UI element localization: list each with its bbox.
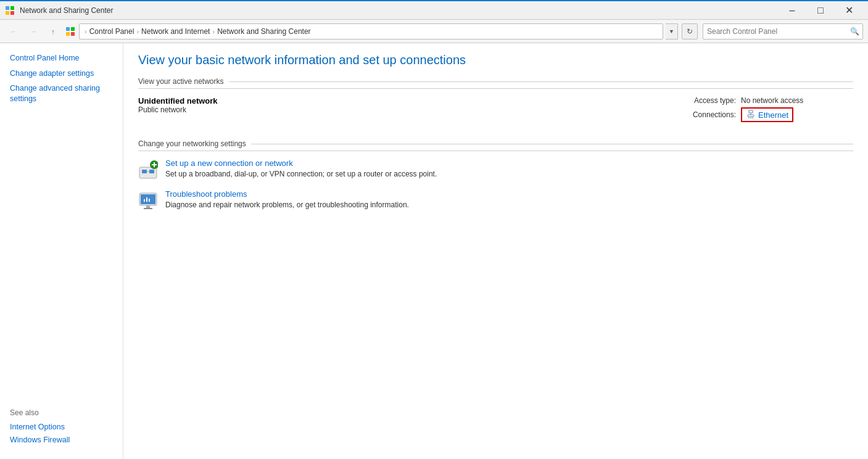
- networking-settings: Change your networking settings: [138, 139, 853, 210]
- network-right: Access type: No network access Connectio…: [680, 96, 853, 125]
- troubleshoot-item: Troubleshoot problems Diagnose and repai…: [138, 189, 853, 210]
- svg-rect-0: [6, 6, 9, 10]
- sidebar-item-windows-firewall[interactable]: Windows Firewall: [10, 434, 113, 447]
- svg-rect-8: [749, 110, 753, 113]
- svg-rect-6: [66, 32, 70, 36]
- svg-rect-7: [71, 32, 75, 36]
- path-sep-2: ›: [136, 28, 139, 35]
- search-button[interactable]: 🔍: [846, 24, 862, 39]
- svg-rect-2: [6, 11, 9, 15]
- search-box: 🔍: [703, 23, 863, 39]
- page-title: View your basic network information and …: [138, 53, 853, 67]
- minimize-button[interactable]: –: [778, 1, 806, 20]
- sidebar-item-cp-home[interactable]: Control Panel Home: [0, 51, 123, 66]
- path-network-internet: Network and Internet: [141, 27, 210, 36]
- access-type-label: Access type:: [680, 96, 736, 105]
- ethernet-connection-box: Ethernet: [741, 107, 793, 122]
- svg-rect-5: [71, 27, 75, 31]
- search-input[interactable]: [703, 27, 846, 36]
- sidebar-item-adapter[interactable]: Change adapter settings: [0, 66, 123, 81]
- see-also-label: See also: [10, 408, 113, 417]
- connections-row: Connections: Ethernet: [680, 107, 853, 122]
- svg-rect-16: [149, 170, 154, 173]
- ethernet-icon: [746, 110, 756, 120]
- forward-button[interactable]: →: [25, 23, 42, 39]
- network-left: Unidentified network Public network: [138, 96, 661, 125]
- up-button[interactable]: ↑: [44, 23, 62, 39]
- troubleshoot-icon: [138, 191, 158, 210]
- address-path[interactable]: › View your basic network information an…: [79, 23, 663, 39]
- new-connection-desc: Set up a broadband, dial-up, or VPN conn…: [165, 170, 437, 178]
- new-connection-icon: [138, 160, 158, 180]
- title-bar: Network and Sharing Center – □ ✕: [0, 0, 868, 20]
- address-bar: ← → ↑ › View your basic network informat…: [0, 20, 868, 43]
- network-type: Public network: [138, 105, 661, 114]
- svg-rect-4: [66, 27, 70, 31]
- svg-rect-10: [748, 115, 754, 117]
- app-icon: [5, 6, 15, 15]
- sidebar: Control Panel Home Change adapter settin…: [0, 43, 123, 459]
- path-home-icon: [65, 27, 75, 36]
- networking-settings-header: Change your networking settings: [138, 139, 853, 151]
- new-connection-item: Set up a new connection or network Set u…: [138, 159, 853, 180]
- ethernet-link[interactable]: Ethernet: [758, 110, 788, 120]
- active-networks-header: View your active networks: [138, 77, 853, 89]
- window-controls: – □ ✕: [778, 1, 863, 20]
- troubleshoot-link[interactable]: Troubleshoot problems: [165, 189, 409, 199]
- svg-rect-15: [142, 170, 147, 173]
- main-layout: Control Panel Home Change adapter settin…: [0, 43, 868, 459]
- sidebar-item-internet-options[interactable]: Internet Options: [10, 421, 113, 434]
- maximize-button[interactable]: □: [806, 1, 835, 20]
- troubleshoot-desc: Diagnose and repair network problems, or…: [165, 201, 409, 209]
- svg-rect-11: [748, 117, 750, 118]
- access-type-value: No network access: [741, 96, 803, 105]
- access-type-row: Access type: No network access: [680, 96, 853, 105]
- svg-rect-13: [752, 117, 753, 118]
- new-connection-link[interactable]: Set up a new connection or network: [165, 159, 437, 168]
- network-info: Unidentified network Public network Acce…: [138, 96, 853, 125]
- svg-rect-1: [10, 6, 14, 10]
- sidebar-item-advanced[interactable]: Change advanced sharingsettings: [0, 81, 123, 107]
- path-control-panel: Control Panel: [89, 27, 134, 36]
- svg-rect-12: [750, 117, 751, 118]
- network-name: Unidentified network: [138, 96, 661, 105]
- svg-rect-26: [146, 205, 150, 208]
- sidebar-see-also-section: See also Internet Options Windows Firewa…: [0, 401, 123, 452]
- svg-rect-27: [144, 208, 152, 209]
- new-connection-text: Set up a new connection or network Set u…: [165, 159, 437, 178]
- refresh-button[interactable]: ↻: [682, 23, 698, 39]
- address-dropdown-button[interactable]: ▼: [666, 23, 678, 39]
- path-network-sharing: Network and Sharing Center: [217, 27, 310, 36]
- content-area: View your basic network information and …: [123, 43, 868, 459]
- troubleshoot-text: Troubleshoot problems Diagnose and repai…: [165, 189, 409, 209]
- svg-rect-22: [141, 194, 155, 204]
- close-button[interactable]: ✕: [835, 1, 863, 20]
- path-sep-3: ›: [212, 28, 215, 35]
- svg-rect-3: [10, 11, 14, 15]
- back-button[interactable]: ←: [5, 23, 22, 39]
- path-sep-1: ›: [85, 28, 87, 35]
- connections-label: Connections:: [680, 110, 736, 119]
- window-title: Network and Sharing Center: [20, 6, 773, 15]
